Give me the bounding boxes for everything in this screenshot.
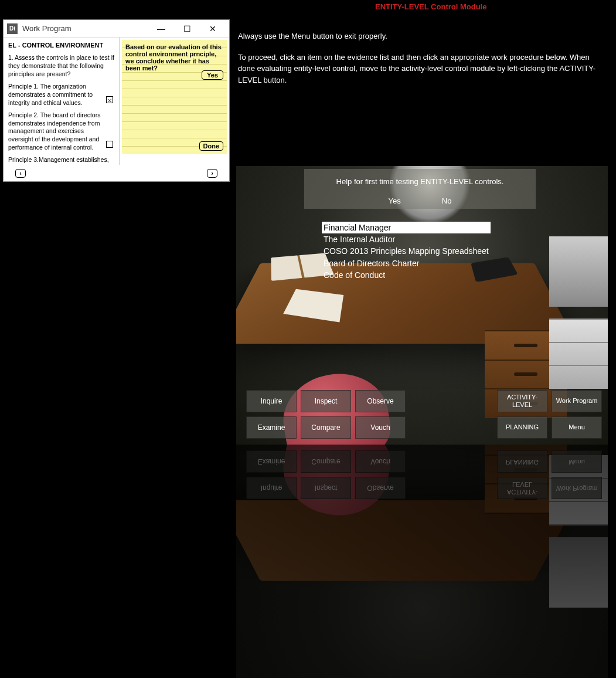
work-program-left-pane: EL - CONTROL ENVIRONMENT 1. Assess the c…: [4, 38, 120, 165]
work-program-button[interactable]: Work Program: [552, 390, 602, 412]
printer-tray-prop: [549, 318, 608, 389]
observe-button[interactable]: Observe: [355, 390, 406, 412]
procedure-button-grid: Inquire Inspect Observe Examine Compare …: [246, 390, 406, 439]
evidence-item-internal-auditor[interactable]: The Internal Auditor: [322, 233, 491, 245]
principle-2-text: Principle 2. The board of directors demo…: [8, 111, 100, 151]
evidence-item-coso-spreadsheet[interactable]: COSO 2013 Principles Mapping Spreadsheet: [322, 245, 491, 257]
help-yes-button[interactable]: Yes: [389, 196, 401, 205]
menu-button[interactable]: Menu: [552, 416, 602, 439]
intro-text: 1. Assess the controls in place to test …: [8, 54, 114, 78]
evidence-item-financial-manager[interactable]: Financial Manager: [322, 222, 491, 233]
next-page-button[interactable]: ›: [207, 169, 217, 178]
inspect-button[interactable]: Inspect: [301, 390, 351, 412]
principle-3: Principle 3.Management establishes, with…: [8, 156, 114, 165]
compare-button[interactable]: Compare: [301, 416, 351, 439]
instruction-line2: To proceed, click an item on the evidenc…: [238, 52, 601, 86]
evaluation-note: Based on our evaluation of this control …: [122, 40, 227, 154]
close-button[interactable]: ✕: [200, 21, 226, 37]
inquire-button[interactable]: Inquire: [246, 390, 297, 412]
evidence-item-board-charter[interactable]: Board of Directors Charter: [322, 257, 491, 269]
work-program-footer: ‹ ›: [4, 165, 229, 181]
scene-reflection: Inquire Inspect Observe Examine Compare …: [236, 445, 608, 678]
activity-level-button[interactable]: ACTIVITY-LEVEL: [497, 390, 547, 412]
help-text: Help for first time testing ENTITY-LEVEL…: [304, 177, 536, 186]
principle-2: Principle 2. The board of directors demo…: [8, 111, 114, 151]
printer-prop: [549, 236, 608, 307]
examine-button[interactable]: Examine: [246, 416, 297, 439]
work-program-right-pane: Based on our evaluation of this control …: [120, 38, 229, 165]
planning-button[interactable]: PLANNING: [497, 416, 547, 439]
principle-1-checkbox[interactable]: ⨉: [106, 96, 113, 103]
instruction-line1: Always use the Menu button to exit prope…: [238, 30, 601, 42]
module-title: ENTITY-LEVEL Control Module: [375, 2, 486, 11]
principle-1: Principle 1. The organization demonstrat…: [8, 83, 114, 107]
principle-1-text: Principle 1. The organization demonstrat…: [8, 83, 93, 106]
evidence-list: Financial Manager The Internal Auditor C…: [322, 222, 491, 281]
section-heading: EL - CONTROL ENVIRONMENT: [8, 41, 114, 49]
prev-page-button[interactable]: ‹: [15, 169, 26, 178]
note-yes-button[interactable]: Yes: [202, 70, 223, 80]
nav-button-grid: ACTIVITY-LEVEL Work Program PLANNING Men…: [497, 390, 602, 439]
help-no-button[interactable]: No: [442, 196, 452, 205]
work-program-window: Di Work Program — ☐ ✕ EL - CONTROL ENVIR…: [3, 19, 230, 182]
note-done-button[interactable]: Done: [199, 141, 224, 151]
app-icon: Di: [7, 23, 18, 34]
minimize-button[interactable]: —: [148, 21, 174, 37]
window-title: Work Program: [22, 24, 148, 33]
note-text: Based on our evaluation of this control …: [125, 43, 222, 72]
maximize-button[interactable]: ☐: [174, 21, 200, 37]
principle-2-checkbox[interactable]: [106, 141, 113, 148]
work-program-titlebar[interactable]: Di Work Program — ☐ ✕: [4, 20, 229, 38]
scene-3d: Help for first time testing ENTITY-LEVEL…: [236, 166, 608, 445]
help-dialog: Help for first time testing ENTITY-LEVEL…: [304, 169, 536, 209]
evidence-item-code-of-conduct[interactable]: Code of Conduct: [322, 269, 491, 281]
vouch-button[interactable]: Vouch: [355, 416, 406, 439]
instructions-block: Always use the Menu button to exit prope…: [238, 30, 601, 95]
